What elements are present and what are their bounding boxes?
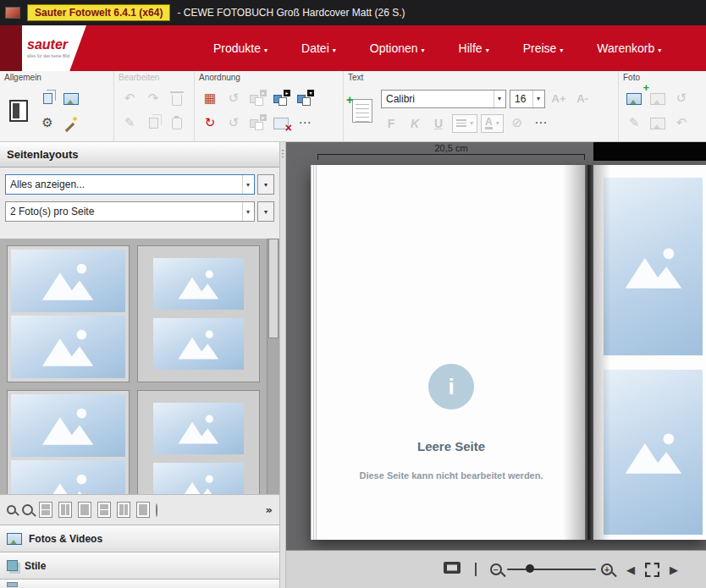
edit-button[interactable]: ✎ [119, 113, 140, 134]
book-spine [585, 165, 593, 540]
distribute-button[interactable]: ▸ [247, 113, 268, 134]
clear-style-button[interactable]: ⊘ [507, 113, 527, 134]
sidebar-section-partial[interactable] [0, 579, 279, 588]
layout-filter-1-button[interactable] [39, 502, 52, 518]
align-button[interactable]: ▸ [247, 89, 268, 109]
zoom-out-button[interactable]: − [490, 563, 502, 575]
font-decrease-button[interactable]: A- [572, 89, 593, 109]
zoom-in-button[interactable]: + [601, 563, 613, 575]
remove-photo-button[interactable] [271, 113, 291, 134]
menubar-accent [0, 25, 22, 71]
ribbon-toolbar: Allgemein ⚙ Bearbeiten ↶ ↷ [0, 71, 706, 142]
chevron-down-icon: ▾ [560, 47, 563, 54]
manage-pages-button[interactable] [5, 89, 32, 133]
next-page-button[interactable]: ▶ [670, 563, 678, 576]
font-family-select[interactable]: Calibri ▾ [381, 90, 506, 108]
menu-item-optionen[interactable]: Optionen ▾ [370, 41, 425, 55]
layout-filter-4-button[interactable] [97, 502, 111, 518]
paste-button[interactable] [167, 113, 187, 134]
photo-placeholder [11, 250, 125, 312]
photo-placeholder[interactable] [604, 370, 703, 535]
layout-scrollbar[interactable] [267, 239, 279, 494]
photo-plus-button[interactable] [648, 113, 668, 134]
fullscreen-button[interactable] [645, 563, 659, 577]
font-size-select[interactable]: 16 ▾ [510, 90, 545, 108]
photo-placeholder[interactable] [604, 178, 703, 355]
layout-filter-5-button[interactable] [117, 502, 130, 518]
ribbon-group-anordnung: Anordnung ▦ ↺ ▸ ▸ ▾ ↻ ↺ ▸ ⋯ [195, 71, 344, 141]
italic-button[interactable]: K [405, 113, 425, 134]
sauter-logo[interactable]: sauter alles für das beste Bild [22, 25, 86, 71]
category-filter-dropdown-button[interactable]: ▾ [257, 174, 274, 195]
bold-button[interactable]: F [381, 113, 401, 134]
sidebar-section-fotos-videos[interactable]: Fotos & Videos [0, 525, 279, 552]
content-area: Seitenlayouts Alles anzeigen... ▾ ▾ 2 Fo… [0, 142, 706, 588]
insert-text-button[interactable] [349, 89, 376, 133]
grid-raster-button[interactable]: ▦ [200, 89, 220, 109]
left-page-empty[interactable]: i Leere Seite Diese Seite kann nicht bea… [317, 165, 585, 540]
web-layouts-button[interactable] [156, 504, 157, 516]
zoom-slider[interactable] [507, 561, 596, 578]
replace-photo-button[interactable] [648, 89, 668, 109]
layout-filter-2-button[interactable] [58, 502, 72, 518]
trash-icon [172, 95, 182, 106]
copy-button[interactable] [143, 113, 163, 134]
thumbnail-size-small-button[interactable] [7, 505, 16, 514]
photo-export-button[interactable] [61, 89, 81, 109]
titlebar: Sauter Fotowelt 6.4.1 (x64) - CEWE FOTOB… [0, 0, 706, 25]
copy-pages-button[interactable] [37, 89, 58, 109]
scrollbar-thumb[interactable] [268, 239, 279, 338]
layout-thumbnail[interactable] [7, 390, 130, 494]
settings-button[interactable]: ⚙ [37, 113, 58, 134]
anordnung-more-button[interactable]: ⋯ [295, 113, 315, 134]
page-width-ruler: 20,5 cm [317, 143, 585, 155]
rotate-left-button[interactable]: ↺ [223, 89, 244, 109]
rotate-photo-button[interactable]: ↺ [671, 89, 692, 109]
text-more-button[interactable]: ⋯ [531, 113, 551, 134]
layout-filter-6-button[interactable] [136, 502, 150, 518]
photobook-spread: i Leere Seite Diese Seite kann nicht bea… [311, 165, 706, 540]
thumbnail-size-large-button[interactable] [22, 504, 33, 515]
rotate-right-button[interactable]: ↻ [200, 113, 220, 134]
photo-reset-button[interactable]: ↶ [671, 113, 692, 134]
slider-knob[interactable] [526, 564, 534, 573]
menu-item-hilfe[interactable]: Hilfe ▾ [459, 41, 489, 55]
layout-thumbnail[interactable] [137, 390, 260, 494]
redo-button[interactable]: ↷ [143, 89, 163, 109]
delete-button[interactable] [167, 89, 187, 109]
edit-photo-button[interactable]: ✎ [624, 113, 644, 134]
menu-item-datei[interactable]: Datei ▾ [301, 41, 336, 55]
ruler-measurement: 20,5 cm [317, 143, 585, 153]
align-icon: ▸ [250, 91, 265, 106]
previous-page-button[interactable]: ◀ [626, 563, 635, 576]
rotate-ccw-button[interactable]: ↺ [223, 113, 244, 134]
photo-count-filter-select[interactable]: 2 Foto(s) pro Seite ▾ [5, 201, 255, 222]
menu-item-warenkorb[interactable]: Warenkorb ▾ [597, 41, 661, 55]
overview-grid-button[interactable] [475, 563, 477, 575]
layout-filter-3-button[interactable] [78, 502, 91, 518]
font-color-select[interactable]: A ▾ [481, 114, 504, 133]
menu-item-preise[interactable]: Preise ▾ [523, 41, 564, 55]
assistant-button[interactable] [61, 113, 81, 134]
underline-button[interactable]: U [428, 113, 449, 134]
undo-button[interactable]: ↶ [119, 89, 140, 109]
single-page-view-button[interactable] [443, 561, 461, 578]
menu-item-produkte[interactable]: Produkte ▾ [213, 41, 268, 55]
monitor-icon [443, 561, 461, 575]
layout-thumbnail[interactable] [7, 245, 130, 382]
font-increase-button[interactable]: A+ [549, 89, 569, 109]
strip-expand-button[interactable]: » [266, 503, 273, 516]
logo-text: sauter [27, 38, 81, 52]
photo-count-filter-dropdown-button[interactable]: ▾ [257, 201, 274, 222]
add-photo-button[interactable] [624, 89, 644, 109]
send-to-back-button[interactable]: ▾ [295, 89, 315, 109]
photo-placeholder [11, 316, 125, 378]
layout-filters: Alles anzeigen... ▾ ▾ 2 Foto(s) pro Seit… [0, 168, 279, 239]
sidebar-splitter[interactable]: ⋮ [279, 142, 286, 588]
text-align-select[interactable]: ▾ [452, 114, 477, 133]
right-page[interactable] [593, 165, 706, 540]
bring-to-front-button[interactable]: ▸ [271, 89, 291, 109]
category-filter-select[interactable]: Alles anzeigen... ▾ [5, 174, 255, 195]
layout-thumbnail[interactable] [137, 245, 260, 382]
sidebar-section-stile[interactable]: Stile [0, 552, 279, 579]
